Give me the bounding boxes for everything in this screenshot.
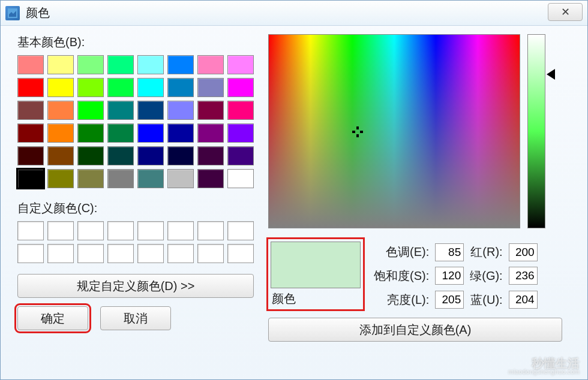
- right-column: 颜色 色调(E): 红(R): 饱和度(S): 绿(G): 亮度(L): 蓝(U…: [268, 34, 574, 342]
- basic-swatch[interactable]: [77, 123, 104, 143]
- basic-swatch[interactable]: [17, 123, 44, 143]
- basic-swatch[interactable]: [47, 146, 74, 165]
- basic-swatch[interactable]: [47, 101, 74, 120]
- luminance-slider[interactable]: [527, 34, 545, 228]
- custom-colors-label: 自定义颜色(C):: [17, 200, 257, 216]
- custom-swatch[interactable]: [227, 221, 254, 240]
- basic-swatch[interactable]: [107, 101, 134, 120]
- custom-swatch[interactable]: [227, 244, 254, 263]
- basic-swatch[interactable]: [197, 123, 224, 143]
- bottom-buttons: 确定 取消: [17, 306, 257, 330]
- basic-swatch[interactable]: [167, 123, 194, 143]
- hue-input[interactable]: [435, 243, 464, 261]
- app-icon: [5, 6, 20, 20]
- basic-swatch[interactable]: [167, 55, 194, 74]
- basic-swatch[interactable]: [137, 78, 164, 97]
- luminance-arrow-icon: [547, 69, 555, 80]
- custom-swatch[interactable]: [137, 221, 164, 240]
- basic-swatch[interactable]: [137, 169, 164, 188]
- basic-swatch[interactable]: [227, 123, 254, 143]
- custom-swatch[interactable]: [47, 244, 74, 263]
- basic-swatch[interactable]: [47, 78, 74, 97]
- basic-colors-grid: [17, 55, 257, 188]
- sat-label: 饱和度(S):: [374, 268, 429, 284]
- preview-label: 颜色: [271, 291, 361, 307]
- basic-swatch[interactable]: [107, 123, 134, 143]
- basic-swatch[interactable]: [167, 146, 194, 165]
- basic-swatch[interactable]: [47, 123, 74, 143]
- hue-label: 色调(E):: [374, 244, 429, 260]
- basic-swatch[interactable]: [167, 101, 194, 120]
- custom-swatch[interactable]: [17, 221, 44, 240]
- basic-swatch[interactable]: [227, 55, 254, 74]
- cancel-button[interactable]: 取消: [100, 306, 171, 330]
- basic-swatch[interactable]: [17, 169, 44, 188]
- basic-swatch[interactable]: [77, 101, 104, 120]
- basic-swatch[interactable]: [107, 55, 134, 74]
- window-title: 颜色: [26, 5, 50, 21]
- custom-swatch[interactable]: [197, 244, 224, 263]
- basic-swatch[interactable]: [197, 169, 224, 188]
- custom-swatch[interactable]: [107, 221, 134, 240]
- green-input[interactable]: [509, 267, 538, 285]
- blue-input[interactable]: [509, 291, 538, 309]
- basic-swatch[interactable]: [77, 55, 104, 74]
- basic-swatch[interactable]: [107, 146, 134, 165]
- basic-swatch[interactable]: [17, 55, 44, 74]
- basic-swatch[interactable]: [107, 169, 134, 188]
- dialog-content: 基本颜色(B): 自定义颜色(C): 规定自定义颜色(D) >> 确定 取消: [1, 26, 587, 350]
- basic-swatch[interactable]: [17, 78, 44, 97]
- basic-swatch[interactable]: [137, 101, 164, 120]
- custom-swatch[interactable]: [17, 244, 44, 263]
- lum-input[interactable]: [435, 291, 464, 309]
- custom-swatch[interactable]: [77, 244, 104, 263]
- ok-button[interactable]: 确定: [17, 306, 88, 330]
- preview-row: 颜色 色调(E): 红(R): 饱和度(S): 绿(G): 亮度(L): 蓝(U…: [268, 239, 574, 309]
- basic-swatch[interactable]: [227, 78, 254, 97]
- close-button[interactable]: ✕: [548, 3, 583, 21]
- red-label: 红(R):: [470, 244, 502, 260]
- green-label: 绿(G):: [470, 268, 502, 284]
- custom-swatch[interactable]: [77, 221, 104, 240]
- custom-swatch[interactable]: [47, 221, 74, 240]
- define-custom-button[interactable]: 规定自定义颜色(D) >>: [17, 274, 254, 298]
- custom-swatch[interactable]: [137, 244, 164, 263]
- basic-swatch[interactable]: [17, 101, 44, 120]
- basic-swatch[interactable]: [137, 123, 164, 143]
- color-values-grid: 色调(E): 红(R): 饱和度(S): 绿(G): 亮度(L): 蓝(U):: [374, 243, 538, 309]
- custom-swatch[interactable]: [167, 244, 194, 263]
- sat-input[interactable]: [435, 267, 464, 285]
- left-column: 基本颜色(B): 自定义颜色(C): 规定自定义颜色(D) >> 确定 取消: [17, 34, 257, 342]
- custom-swatch[interactable]: [107, 244, 134, 263]
- custom-colors-grid: [17, 221, 257, 263]
- watermark: 秒懂生活 miaodongshenghuo.com: [508, 357, 580, 375]
- basic-swatch[interactable]: [77, 169, 104, 188]
- basic-swatch[interactable]: [77, 78, 104, 97]
- basic-swatch[interactable]: [77, 146, 104, 165]
- basic-swatch[interactable]: [17, 146, 44, 165]
- basic-swatch[interactable]: [47, 169, 74, 188]
- basic-swatch[interactable]: [197, 146, 224, 165]
- custom-swatch[interactable]: [197, 221, 224, 240]
- color-dialog: 颜色 ✕ 基本颜色(B): 自定义颜色(C): 规定自定义颜色(D) >> 确定…: [0, 0, 588, 380]
- basic-swatch[interactable]: [197, 78, 224, 97]
- add-to-custom-button[interactable]: 添加到自定义颜色(A): [268, 318, 562, 342]
- color-preview-wrap: 颜色: [268, 239, 363, 309]
- basic-swatch[interactable]: [137, 146, 164, 165]
- basic-swatch[interactable]: [107, 78, 134, 97]
- basic-swatch[interactable]: [227, 101, 254, 120]
- custom-swatch[interactable]: [167, 221, 194, 240]
- basic-swatch[interactable]: [47, 55, 74, 74]
- basic-swatch[interactable]: [197, 55, 224, 74]
- basic-swatch[interactable]: [167, 169, 194, 188]
- hue-sat-picker[interactable]: [268, 34, 520, 228]
- red-input[interactable]: [509, 243, 538, 261]
- basic-swatch[interactable]: [197, 101, 224, 120]
- blue-label: 蓝(U):: [470, 292, 502, 308]
- basic-swatch[interactable]: [227, 146, 254, 165]
- basic-swatch[interactable]: [137, 55, 164, 74]
- basic-swatch[interactable]: [227, 169, 254, 188]
- basic-swatch[interactable]: [167, 78, 194, 97]
- titlebar: 颜色 ✕: [1, 1, 587, 26]
- basic-colors-label: 基本颜色(B):: [17, 34, 257, 50]
